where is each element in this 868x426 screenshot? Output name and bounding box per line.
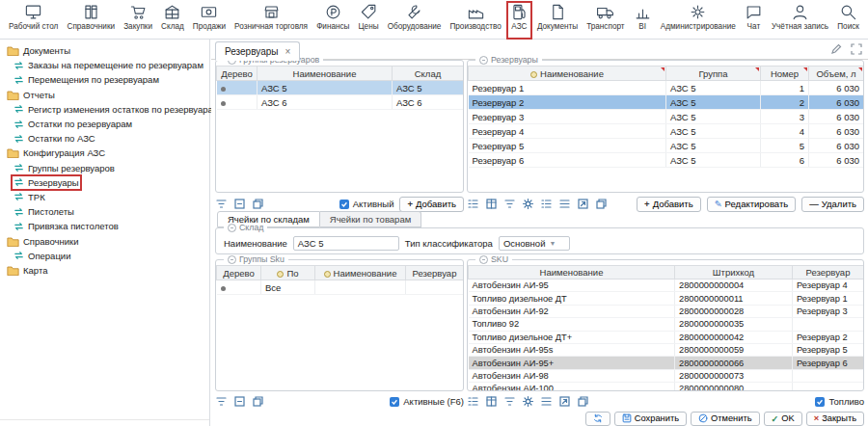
column-header[interactable]: Наименование [258, 67, 393, 81]
toolbar-item-account[interactable]: Учётная запись [769, 2, 831, 39]
gear-icon[interactable] [522, 198, 534, 210]
toolbar-item-finance[interactable]: Финансы [313, 2, 352, 39]
cancel-button[interactable]: Отменить [691, 412, 759, 426]
collapse-icon[interactable] [228, 255, 236, 264]
sidebar-item[interactable]: ТРК [0, 190, 209, 204]
export-icon[interactable] [577, 198, 589, 210]
delete-reservoir-button[interactable]: — Удалить [801, 197, 864, 212]
close-button[interactable]: × Закрыть [806, 412, 864, 426]
sidebar-item[interactable]: Перемещения по резервуарам [0, 72, 209, 87]
column-header[interactable]: Склад [393, 67, 464, 81]
sidebar-item[interactable]: Группы резервуаров [0, 161, 209, 175]
toolbar-item-purchases[interactable]: Закупки [121, 2, 155, 39]
table-row[interactable]: Резервуар 6 АЗС 5 6 6 030 [469, 153, 864, 168]
toolbar-item-equipment[interactable]: Оборудование [385, 2, 445, 39]
toolbar-item-retail[interactable]: Розничная торговля [231, 2, 311, 39]
columns-icon[interactable] [540, 198, 553, 210]
collapse-icon[interactable] [228, 224, 236, 232]
active-f6-checkbox[interactable]: Активные (F6) [390, 396, 464, 407]
column-header[interactable]: Номер [761, 67, 809, 81]
sidebar-item[interactable]: Пистолеты [0, 204, 209, 219]
sidebar-item[interactable]: Заказы на перемещение по резервуарам [0, 58, 209, 72]
filter-icon[interactable] [503, 395, 516, 408]
table-row[interactable]: Резервуар 4 АЗС 5 4 6 030 [469, 124, 864, 139]
table-row[interactable]: Автобензин АИ-95+ 2800000000066 Резервуа… [469, 357, 864, 369]
filter-icon[interactable] [215, 395, 228, 408]
copy-icon[interactable] [252, 395, 264, 408]
toolbar-item-references[interactable]: Справочники [64, 2, 118, 39]
list-icon[interactable] [467, 395, 479, 408]
sidebar-item[interactable]: Остатки по АЗС [0, 131, 209, 146]
expand-window-icon[interactable] [851, 43, 862, 55]
copy-icon[interactable] [595, 198, 608, 210]
filter-icon[interactable] [503, 198, 516, 210]
toolbar-item-documents[interactable]: Документы [534, 2, 581, 39]
ok-button[interactable]: ✓ OK [764, 412, 802, 426]
rows-icon[interactable] [540, 395, 553, 408]
column-header[interactable]: По [261, 266, 315, 280]
toolbar-item-administration[interactable]: Администрирование [658, 2, 739, 39]
sidebar-item[interactable]: Отчеты [0, 88, 209, 102]
column-header[interactable]: Наименование [469, 266, 675, 280]
column-header[interactable]: Штрихкод [675, 266, 793, 280]
table-row[interactable]: Резервуар 3 АЗС 5 3 6 030 [469, 110, 864, 124]
warehouse-name-input[interactable]: АЗС 5 [293, 236, 399, 251]
filter-icon[interactable] [215, 198, 228, 210]
sidebar-item[interactable]: Конфигурация АЗС [0, 146, 209, 160]
sidebar-item[interactable]: Операции [0, 249, 209, 263]
sidebar-item[interactable]: Карта [0, 263, 209, 278]
column-header[interactable]: Дерево [217, 266, 261, 280]
table-row[interactable]: АЗС 6 АЗС 6 [217, 95, 464, 110]
column-header[interactable]: Группа [666, 67, 761, 81]
collapse-icon[interactable] [479, 255, 488, 264]
table-row[interactable]: Автобензин АИ-100 2800000000080 [469, 383, 864, 390]
copy-icon[interactable] [252, 198, 264, 210]
edit-reservoir-button[interactable]: ✎ Редактировать [707, 197, 797, 212]
table-row[interactable]: Автобензин АИ-92 2800000000028 Резервуар… [469, 305, 864, 317]
toolbar-item-prices[interactable]: Цены [356, 2, 382, 39]
refresh-button[interactable] [585, 412, 610, 426]
toolbar-item-chat[interactable]: Чат [742, 2, 766, 39]
table-icon[interactable] [485, 198, 498, 210]
sidebar-item[interactable]: Остатки по резервуарам [0, 117, 209, 131]
column-header[interactable]: Дерево [217, 67, 258, 81]
copy-icon[interactable] [577, 395, 589, 408]
table-row[interactable]: Резервуар 2 АЗС 5 2 6 030 [469, 95, 864, 110]
sidebar-item[interactable]: Справочники [0, 233, 209, 248]
open-node-icon[interactable] [233, 198, 246, 210]
toolbar-item-search[interactable]: Поиск [834, 2, 862, 39]
list-icon[interactable] [467, 198, 479, 210]
sidebar-item[interactable]: Резервуары [0, 175, 209, 190]
toolbar-item-production[interactable]: Производство [447, 2, 503, 39]
toolbar-item-sales[interactable]: Продажи [190, 2, 229, 39]
table-icon[interactable] [485, 395, 498, 408]
column-header[interactable]: Резервуар [793, 266, 864, 280]
column-header[interactable]: Объем, л [809, 67, 864, 81]
table-row[interactable]: Все [217, 280, 464, 295]
save-button[interactable]: Сохранить [614, 412, 687, 426]
open-node-icon[interactable] [233, 395, 246, 408]
toolbar-item-warehouse[interactable]: Склад [158, 2, 187, 39]
table-row[interactable]: Автобензин АИ-95s 2800000000059 Резервуа… [469, 343, 864, 356]
add-group-button[interactable]: + Добавить [399, 197, 464, 212]
rows-icon[interactable] [558, 198, 571, 210]
table-row[interactable]: Автобензин АИ-95 2800000000004 Резервуар… [469, 280, 864, 292]
fuel-checkbox[interactable]: Топливо [815, 396, 864, 407]
cells-tab[interactable]: Ячейки по товарам [320, 211, 421, 227]
sidebar-item[interactable]: Документы [0, 43, 209, 58]
edit-pencil-icon[interactable] [830, 43, 842, 55]
table-row[interactable]: Автобензин АИ-98 2800000000073 [469, 369, 864, 382]
table-row[interactable]: Резервуар 1 АЗС 5 1 6 030 [469, 81, 864, 95]
column-header[interactable]: Резервуар [406, 266, 464, 280]
classifier-type-select[interactable]: Основной▼ [499, 236, 570, 251]
toolbar-item-transport[interactable]: Транспорт [583, 2, 627, 39]
tab-reservoirs[interactable]: Резервуары × [215, 41, 300, 61]
table-row[interactable]: АЗС 5 АЗС 5 [217, 81, 464, 95]
table-row[interactable]: Топливо 92 2800000000035 [469, 318, 864, 331]
column-header[interactable]: Наименование [469, 67, 666, 81]
toolbar-item-desktop[interactable]: Рабочий стол [6, 2, 61, 39]
gear-icon[interactable] [522, 395, 534, 408]
toolbar-item-gas-station[interactable]: АЗС [507, 2, 531, 39]
add-reservoir-button[interactable]: + Добавить [637, 197, 701, 212]
sidebar-item[interactable]: Привязка пистолетов [0, 219, 209, 233]
